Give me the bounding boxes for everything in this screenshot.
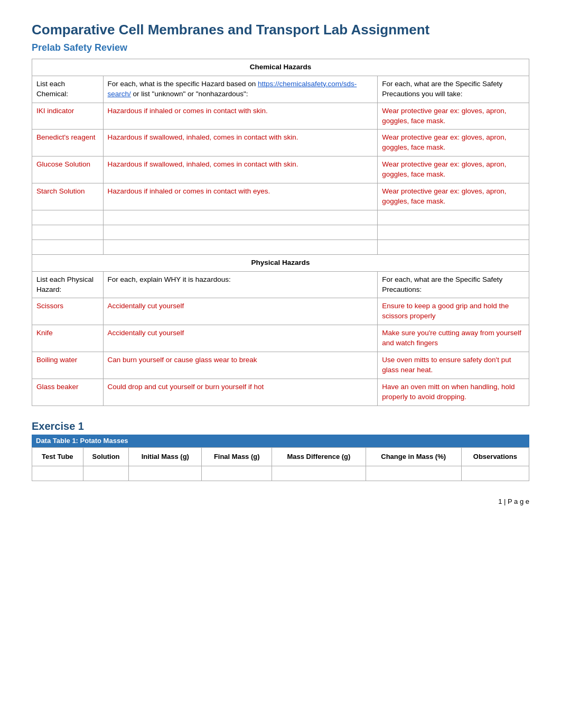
hazard-name-glass: Glass beaker bbox=[32, 379, 104, 406]
phys-col3-header: For each, what are the Specific Safety P… bbox=[378, 271, 529, 298]
page-number: 1 | P a g e bbox=[32, 497, 529, 506]
col-solution: Solution bbox=[83, 447, 129, 466]
chemical-hazard-iki: Hazardous if inhaled or comes in contact… bbox=[103, 103, 378, 130]
sds-link[interactable]: https://chemicalsafety.com/sds-search/ bbox=[108, 80, 357, 98]
physical-row-scissors: Scissors Accidentally cut yourself Ensur… bbox=[32, 298, 529, 325]
hazard-why-scissors: Accidentally cut yourself bbox=[103, 298, 378, 325]
col-initial-mass: Initial Mass (g) bbox=[129, 447, 202, 466]
empty-chem-row-2 bbox=[32, 225, 529, 239]
exercise-1-title: Exercise 1 bbox=[32, 419, 529, 434]
prelab-subtitle: Prelab Safety Review bbox=[32, 41, 529, 54]
physical-row-knife: Knife Accidentally cut yourself Make sur… bbox=[32, 325, 529, 352]
chemical-hazard-starch: Hazardous if inhaled or comes in contact… bbox=[103, 183, 378, 210]
chem-col1-header: List each Chemical: bbox=[32, 76, 104, 103]
hazard-name-scissors: Scissors bbox=[32, 298, 104, 325]
chem-col3-header: For each, what are the Specific Safety P… bbox=[378, 76, 529, 103]
chemical-name-starch: Starch Solution bbox=[32, 183, 104, 210]
col-test-tube: Test Tube bbox=[32, 447, 83, 466]
physical-hazards-header: Physical Hazards bbox=[32, 254, 529, 271]
hazard-why-knife: Accidentally cut yourself bbox=[103, 325, 378, 352]
chemical-hazard-glucose: Hazardous if swallowed, inhaled, comes i… bbox=[103, 156, 378, 183]
potato-masses-table: Test Tube Solution Initial Mass (g) Fina… bbox=[32, 447, 529, 481]
hazard-precaution-boiling: Use oven mitts to ensure safety don't pu… bbox=[378, 352, 529, 379]
chemical-row-glucose: Glucose Solution Hazardous if swallowed,… bbox=[32, 156, 529, 183]
chemical-precaution-iki: Wear protective gear ex: gloves, apron, … bbox=[378, 103, 529, 130]
chemical-row-benedict: Benedict's reagent Hazardous if swallowe… bbox=[32, 130, 529, 156]
hazard-name-boiling: Boiling water bbox=[32, 352, 104, 379]
chemical-name-glucose: Glucose Solution bbox=[32, 156, 104, 183]
chem-col2-header: For each, what is the specific Hazard ba… bbox=[103, 76, 378, 103]
hazard-why-boiling: Can burn yourself or cause glass wear to… bbox=[103, 352, 378, 379]
col-final-mass: Final Mass (g) bbox=[202, 447, 272, 466]
hazard-name-knife: Knife bbox=[32, 325, 104, 352]
chemical-hazards-table: Chemical Hazards List each Chemical: For… bbox=[32, 59, 529, 406]
chemical-precaution-glucose: Wear protective gear ex: gloves, apron, … bbox=[378, 156, 529, 183]
col-change-mass: Change in Mass (%) bbox=[366, 447, 461, 466]
chemical-name-benedict: Benedict's reagent bbox=[32, 130, 104, 156]
chemical-hazards-header: Chemical Hazards bbox=[32, 59, 529, 76]
chemical-precaution-starch: Wear protective gear ex: gloves, apron, … bbox=[378, 183, 529, 210]
col-mass-diff: Mass Difference (g) bbox=[272, 447, 366, 466]
chemical-name-iki: IKI indicator bbox=[32, 103, 104, 130]
physical-row-glass: Glass beaker Could drop and cut yourself… bbox=[32, 379, 529, 406]
chemical-precaution-benedict: Wear protective gear ex: gloves, apron, … bbox=[378, 130, 529, 156]
phys-col1-header: List each Physical Hazard: bbox=[32, 271, 104, 298]
chemical-row-starch: Starch Solution Hazardous if inhaled or … bbox=[32, 183, 529, 210]
hazard-why-glass: Could drop and cut yourself or burn your… bbox=[103, 379, 378, 406]
phys-col2-header: For each, explain WHY it is hazardous: bbox=[103, 271, 378, 298]
data-table-label: Data Table 1: Potato Masses bbox=[32, 435, 529, 447]
chemical-row-iki: IKI indicator Hazardous if inhaled or co… bbox=[32, 103, 529, 130]
table-header-row: Test Tube Solution Initial Mass (g) Fina… bbox=[32, 447, 529, 466]
physical-row-boiling: Boiling water Can burn yourself or cause… bbox=[32, 352, 529, 379]
empty-chem-row-1 bbox=[32, 210, 529, 225]
chemical-hazard-benedict: Hazardous if swallowed, inhaled, comes i… bbox=[103, 130, 378, 156]
col-observations: Observations bbox=[461, 447, 529, 466]
hazard-precaution-knife: Make sure you're cutting away from yours… bbox=[378, 325, 529, 352]
page-title: Comparative Cell Membranes and Transport… bbox=[32, 21, 529, 39]
hazard-precaution-glass: Have an oven mitt on when handling, hold… bbox=[378, 379, 529, 406]
empty-chem-row-3 bbox=[32, 239, 529, 254]
hazard-precaution-scissors: Ensure to keep a good grip and hold the … bbox=[378, 298, 529, 325]
table-row bbox=[32, 466, 529, 481]
exercise-1-section: Exercise 1 Data Table 1: Potato Masses T… bbox=[32, 419, 529, 481]
